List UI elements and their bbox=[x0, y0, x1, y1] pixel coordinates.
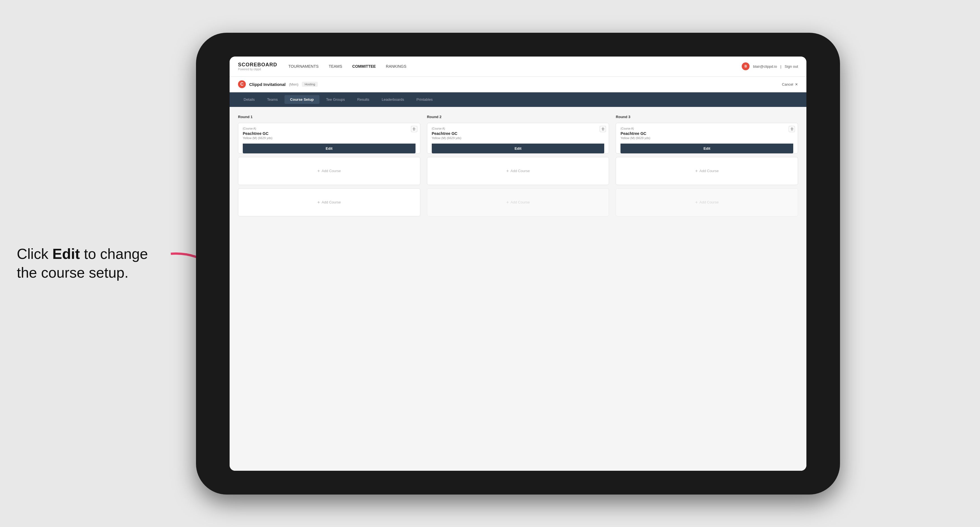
tab-printables[interactable]: Printables bbox=[411, 95, 438, 104]
nav-user-area: B blair@clippd.io | Sign out bbox=[742, 62, 798, 70]
nav-teams[interactable]: TEAMS bbox=[329, 63, 342, 70]
sub-header: C Clippd Invitational (Men) Hosting Canc… bbox=[230, 77, 807, 92]
round-2-add-course-label-1: Add Course bbox=[511, 169, 530, 173]
round-1-course-name: Peachtree GC bbox=[243, 131, 415, 136]
scoreboard-logo: SCOREBOARD Powered by clippd bbox=[238, 62, 277, 71]
round-1-course-details: Yellow (M) (6629 yds) bbox=[243, 136, 415, 140]
user-avatar: B bbox=[742, 62, 749, 70]
round-2-add-course-2: + Add Course bbox=[427, 188, 609, 216]
round-2-column: Round 2 🗑 (Course A) Peachtree GC Yellow… bbox=[427, 115, 609, 220]
round-1-add-course-2[interactable]: + Add Course bbox=[238, 188, 420, 216]
plus-icon-2: + bbox=[317, 200, 320, 205]
round-1-delete-button[interactable]: 🗑 bbox=[411, 126, 417, 132]
round-3-course-card: 🗑 (Course A) Peachtree GC Yellow (M) (66… bbox=[616, 123, 798, 154]
user-email: blair@clippd.io bbox=[753, 64, 777, 68]
tab-leaderboards[interactable]: Leaderboards bbox=[376, 95, 410, 104]
round-2-course-name: Peachtree GC bbox=[432, 131, 605, 136]
round-3-add-course-2: + Add Course bbox=[616, 188, 798, 216]
tab-bar: Details Teams Course Setup Tee Groups Re… bbox=[230, 92, 807, 107]
plus-icon-6: + bbox=[695, 200, 698, 205]
round-3-course-tag: (Course A) bbox=[620, 127, 793, 130]
round-2-course-details: Yellow (M) (6629 yds) bbox=[432, 136, 605, 140]
round-3-delete-button[interactable]: 🗑 bbox=[789, 126, 795, 132]
plus-icon: + bbox=[317, 168, 320, 173]
round-2-add-course-label-2: Add Course bbox=[511, 200, 530, 204]
tournament-name: Clippd Invitational bbox=[249, 82, 286, 87]
round-3-course-name: Peachtree GC bbox=[620, 131, 793, 136]
tab-results[interactable]: Results bbox=[352, 95, 375, 104]
plus-icon-5: + bbox=[695, 168, 698, 173]
nav-separator: | bbox=[780, 64, 781, 68]
round-2-edit-button[interactable]: Edit bbox=[432, 144, 605, 153]
hosting-badge: Hosting bbox=[302, 82, 318, 87]
round-3-label: Round 3 bbox=[616, 115, 798, 119]
round-2-add-course-1[interactable]: + Add Course bbox=[427, 157, 609, 185]
round-1-label: Round 1 bbox=[238, 115, 420, 119]
round-2-delete-button[interactable]: 🗑 bbox=[600, 126, 606, 132]
cancel-button[interactable]: Cancel ✕ bbox=[782, 82, 798, 86]
tab-details[interactable]: Details bbox=[238, 95, 260, 104]
tournament-gender: (Men) bbox=[289, 82, 299, 86]
round-3-column: Round 3 🗑 (Course A) Peachtree GC Yellow… bbox=[616, 115, 798, 220]
round-3-edit-button[interactable]: Edit bbox=[620, 144, 793, 153]
plus-icon-3: + bbox=[506, 168, 509, 173]
tablet-frame: SCOREBOARD Powered by clippd TOURNAMENTS… bbox=[196, 33, 840, 495]
round-3-add-course-label-2: Add Course bbox=[700, 200, 719, 204]
rounds-grid: Round 1 🗑 (Course A) Peachtree GC Yellow… bbox=[238, 115, 798, 220]
tab-course-setup[interactable]: Course Setup bbox=[285, 95, 320, 104]
round-2-label: Round 2 bbox=[427, 115, 609, 119]
tablet-screen: SCOREBOARD Powered by clippd TOURNAMENTS… bbox=[230, 57, 807, 471]
round-3-add-course-label-1: Add Course bbox=[700, 169, 719, 173]
round-1-course-tag: (Course A) bbox=[243, 127, 415, 130]
round-1-course-card: 🗑 (Course A) Peachtree GC Yellow (M) (66… bbox=[238, 123, 420, 154]
annotation-before: Click bbox=[17, 246, 52, 262]
plus-icon-4: + bbox=[506, 200, 509, 205]
tab-teams[interactable]: Teams bbox=[261, 95, 283, 104]
round-1-add-course-label-1: Add Course bbox=[322, 169, 341, 173]
round-1-column: Round 1 🗑 (Course A) Peachtree GC Yellow… bbox=[238, 115, 420, 220]
round-2-course-card: 🗑 (Course A) Peachtree GC Yellow (M) (66… bbox=[427, 123, 609, 154]
logo-title: SCOREBOARD bbox=[238, 62, 277, 68]
nav-rankings[interactable]: RANKINGS bbox=[386, 63, 406, 70]
round-1-add-course-label-2: Add Course bbox=[322, 200, 341, 204]
round-1-add-course-1[interactable]: + Add Course bbox=[238, 157, 420, 185]
annotation-bold: Edit bbox=[52, 246, 80, 262]
round-1-edit-button[interactable]: Edit bbox=[243, 144, 415, 153]
cancel-x-icon: ✕ bbox=[795, 82, 798, 86]
nav-committee[interactable]: COMMITTEE bbox=[352, 63, 376, 70]
logo-subtitle: Powered by clippd bbox=[238, 68, 277, 71]
sign-out-link[interactable]: Sign out bbox=[784, 64, 798, 68]
top-nav: SCOREBOARD Powered by clippd TOURNAMENTS… bbox=[230, 57, 807, 77]
round-2-course-tag: (Course A) bbox=[432, 127, 605, 130]
sub-header-left: C Clippd Invitational (Men) Hosting bbox=[238, 80, 318, 88]
main-content: Round 1 🗑 (Course A) Peachtree GC Yellow… bbox=[230, 107, 807, 471]
clippd-logo: C bbox=[238, 80, 246, 88]
tab-tee-groups[interactable]: Tee Groups bbox=[321, 95, 350, 104]
annotation-text: Click Edit to change the course setup. bbox=[17, 244, 162, 283]
main-nav: TOURNAMENTS TEAMS COMMITTEE RANKINGS bbox=[288, 63, 742, 70]
round-3-add-course-1[interactable]: + Add Course bbox=[616, 157, 798, 185]
round-3-course-details: Yellow (M) (6629 yds) bbox=[620, 136, 793, 140]
nav-tournaments[interactable]: TOURNAMENTS bbox=[288, 63, 319, 70]
